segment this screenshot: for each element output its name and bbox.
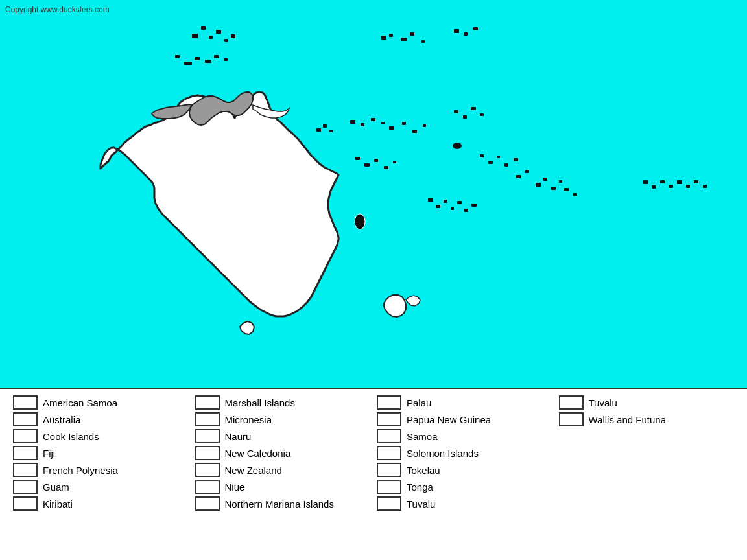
list-item: Guam bbox=[13, 480, 189, 494]
list-item: American Samoa bbox=[13, 395, 189, 410]
svg-rect-66 bbox=[677, 180, 682, 184]
svg-rect-9 bbox=[201, 26, 206, 30]
svg-rect-22 bbox=[329, 130, 333, 132]
legend-box bbox=[377, 463, 401, 477]
legend-box bbox=[13, 429, 38, 443]
svg-rect-45 bbox=[514, 158, 518, 161]
map-area: Copyright www.ducksters.com bbox=[0, 0, 747, 389]
legend-box bbox=[13, 412, 38, 426]
legend-box bbox=[13, 446, 38, 460]
legend-area: American Samoa Australia Cook Islands Fi… bbox=[0, 389, 747, 517]
legend-box bbox=[195, 446, 220, 460]
svg-rect-46 bbox=[516, 175, 521, 178]
legend-box bbox=[559, 395, 584, 410]
svg-rect-69 bbox=[703, 185, 707, 188]
svg-rect-10 bbox=[209, 36, 213, 39]
legend-box bbox=[559, 412, 584, 426]
svg-rect-19 bbox=[224, 58, 228, 61]
list-item: Palau bbox=[377, 395, 552, 410]
list-item: Tuvalu bbox=[377, 496, 552, 511]
svg-rect-1 bbox=[389, 34, 393, 37]
legend-box bbox=[13, 395, 38, 410]
svg-rect-57 bbox=[464, 209, 468, 212]
svg-rect-44 bbox=[504, 163, 508, 167]
svg-rect-31 bbox=[454, 110, 458, 113]
svg-rect-47 bbox=[525, 170, 529, 173]
svg-rect-20 bbox=[316, 128, 321, 132]
list-item: Tokelau bbox=[377, 463, 552, 477]
svg-rect-34 bbox=[480, 113, 484, 116]
legend-box bbox=[377, 496, 401, 511]
svg-rect-63 bbox=[652, 185, 656, 189]
svg-rect-53 bbox=[436, 205, 440, 208]
svg-rect-2 bbox=[401, 38, 407, 41]
svg-rect-48 bbox=[536, 183, 541, 187]
list-item: Niue bbox=[195, 480, 371, 494]
svg-rect-58 bbox=[471, 204, 477, 207]
svg-rect-40 bbox=[393, 161, 396, 163]
svg-rect-14 bbox=[175, 55, 180, 58]
legend-box bbox=[377, 446, 401, 460]
svg-rect-7 bbox=[473, 27, 478, 30]
list-item: Marshall Islands bbox=[195, 395, 371, 410]
svg-rect-49 bbox=[543, 178, 547, 181]
svg-rect-28 bbox=[402, 122, 406, 125]
svg-rect-68 bbox=[694, 180, 698, 183]
svg-rect-13 bbox=[231, 34, 235, 38]
legend-box bbox=[13, 480, 38, 494]
list-item: French Polynesia bbox=[13, 463, 189, 477]
legend-box bbox=[13, 463, 38, 477]
svg-rect-11 bbox=[216, 30, 221, 34]
svg-rect-42 bbox=[488, 161, 493, 164]
legend-box bbox=[195, 480, 220, 494]
svg-rect-21 bbox=[323, 124, 327, 128]
svg-rect-5 bbox=[454, 29, 459, 33]
legend-box bbox=[195, 463, 220, 477]
svg-point-59 bbox=[355, 214, 365, 229]
list-item: Tonga bbox=[377, 480, 552, 494]
legend-box bbox=[195, 412, 220, 426]
list-item: Tuvalu bbox=[559, 395, 735, 410]
svg-rect-54 bbox=[444, 200, 447, 203]
svg-rect-51 bbox=[559, 180, 562, 183]
list-item: Cook Islands bbox=[13, 429, 189, 443]
svg-rect-37 bbox=[364, 163, 370, 167]
svg-rect-61 bbox=[573, 193, 577, 196]
list-item: New Zealand bbox=[195, 463, 371, 477]
svg-rect-60 bbox=[564, 188, 569, 191]
list-item: Fiji bbox=[13, 446, 189, 460]
svg-rect-36 bbox=[355, 157, 360, 160]
svg-rect-12 bbox=[224, 39, 228, 42]
svg-point-35 bbox=[453, 143, 462, 149]
svg-rect-62 bbox=[643, 180, 648, 184]
list-item: Micronesia bbox=[195, 412, 371, 426]
list-item: Nauru bbox=[195, 429, 371, 443]
legend-box bbox=[195, 395, 220, 410]
legend-box bbox=[377, 480, 401, 494]
svg-rect-67 bbox=[686, 185, 690, 188]
svg-rect-17 bbox=[205, 60, 211, 63]
svg-rect-41 bbox=[480, 154, 484, 158]
list-item: Samoa bbox=[377, 429, 552, 443]
list-item: Wallis and Futuna bbox=[559, 412, 735, 426]
list-item: Solomon Islands bbox=[377, 446, 552, 460]
svg-rect-39 bbox=[384, 166, 388, 169]
svg-rect-0 bbox=[381, 36, 386, 40]
svg-rect-33 bbox=[471, 107, 476, 110]
svg-rect-30 bbox=[423, 124, 426, 127]
svg-rect-18 bbox=[214, 55, 219, 58]
svg-rect-55 bbox=[451, 207, 454, 210]
svg-rect-50 bbox=[551, 187, 556, 190]
list-item: Northern Mariana Islands bbox=[195, 496, 371, 511]
svg-rect-65 bbox=[669, 185, 673, 188]
svg-rect-38 bbox=[374, 159, 378, 162]
legend-box bbox=[195, 496, 220, 511]
list-item: Australia bbox=[13, 412, 189, 426]
legend-box bbox=[377, 429, 401, 443]
legend-box bbox=[377, 412, 401, 426]
svg-rect-8 bbox=[192, 34, 198, 38]
svg-rect-52 bbox=[428, 198, 433, 202]
svg-rect-43 bbox=[497, 156, 500, 158]
list-item: Kiribati bbox=[13, 496, 189, 511]
svg-rect-4 bbox=[421, 40, 425, 43]
